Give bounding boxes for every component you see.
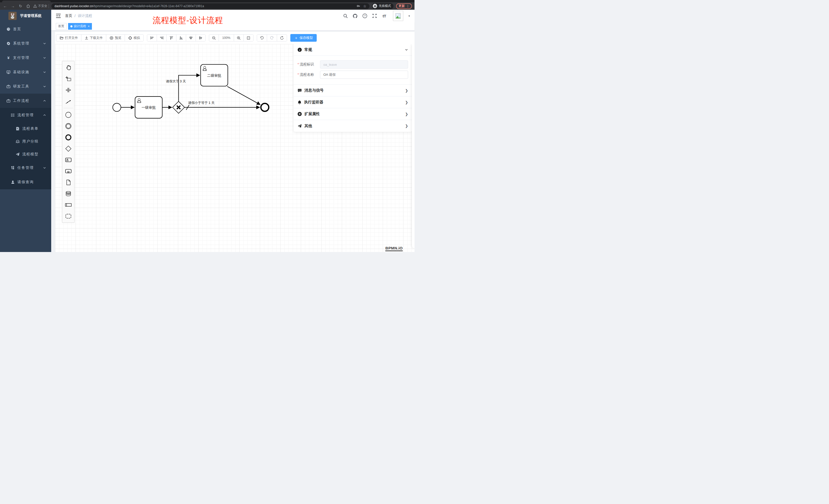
help-icon[interactable]: ? [362, 13, 367, 18]
send-icon [297, 124, 302, 128]
incognito-icon [373, 4, 377, 8]
avatar-dropdown-icon[interactable]: ▾ [408, 14, 410, 18]
zoom-out-button[interactable] [209, 35, 219, 41]
bpmn-canvas[interactable]: 一级审批 请假大于 3 天 [55, 44, 414, 252]
bpmn-palette [62, 61, 74, 223]
process-name-field: *流程名称 [297, 71, 408, 79]
key-icon[interactable] [357, 4, 360, 8]
browser-tabstrip [0, 0, 414, 2]
sidebar-item-task-mgmt[interactable]: 任务管理 [0, 161, 51, 175]
undo-button[interactable] [257, 35, 267, 41]
sidebar-item-devtools[interactable]: 研发工具 [0, 79, 51, 93]
sidebar-item-workflow[interactable]: 工作流程 [0, 93, 51, 108]
bpmn-io-watermark[interactable]: BPMN.iO [385, 246, 403, 251]
sidebar-item-infra[interactable]: 基础设施 [0, 65, 51, 79]
home-icon[interactable] [26, 4, 31, 9]
panel-section-message[interactable]: 消息与信号 ❯ [294, 85, 412, 96]
process-name-input[interactable] [320, 71, 408, 79]
align-right-button[interactable] [157, 35, 167, 41]
github-icon[interactable] [353, 13, 358, 18]
open-file-button[interactable]: 打开文件 [56, 35, 81, 41]
browser-update-button[interactable]: 更新 ⋮ [396, 3, 412, 9]
start-event-icon[interactable] [63, 109, 74, 120]
chevron-up-icon [43, 99, 46, 102]
address-bar[interactable]: dashboard.yudao.iocoder.cn/bpm/manager/m… [51, 3, 369, 9]
group-icon[interactable] [63, 210, 74, 222]
app-title: 芋道管理系统 [20, 13, 41, 18]
panel-section-general[interactable]: i 常规 [294, 44, 412, 56]
user-task-icon[interactable] [63, 154, 74, 165]
app-logo[interactable]: 🐰 芋道管理系统 [0, 10, 51, 22]
bookmark-star-icon[interactable]: ☆ [363, 4, 366, 8]
sidebar-item-process-model[interactable]: 流程模型 [0, 148, 51, 161]
end-event[interactable] [261, 103, 269, 111]
zoom-fit-button[interactable] [244, 35, 253, 41]
panel-scroll-gutter[interactable] [412, 44, 414, 248]
back-icon[interactable]: ← [3, 4, 8, 9]
space-tool-icon[interactable] [63, 84, 74, 96]
forward-icon[interactable]: → [10, 4, 15, 9]
simulate-button[interactable]: 模拟 [125, 35, 143, 41]
align-bottom-button[interactable] [176, 35, 186, 41]
sub-process-icon[interactable] [63, 165, 74, 177]
search-icon[interactable] [343, 13, 348, 18]
align-top-button[interactable] [167, 35, 176, 41]
breadcrumb-home[interactable]: 首页 [65, 13, 72, 18]
panel-section-other[interactable]: 其他 ❯ [294, 120, 412, 132]
zoom-out-icon [212, 36, 216, 40]
download-file-button[interactable]: 下载文件 [81, 35, 106, 41]
section-title: 常规 [304, 47, 312, 52]
reload-icon[interactable]: ↻ [18, 4, 23, 9]
data-store-icon[interactable] [63, 188, 74, 199]
sidebar-item-user-group[interactable]: 用户分组 [0, 135, 51, 148]
save-model-button[interactable]: ＋ 保存模型 [290, 34, 317, 42]
flow-label-gt3[interactable]: 请假大于 3 天 [166, 79, 186, 83]
panel-section-listener[interactable]: 执行监听器 ❯ [294, 96, 412, 108]
align-center-button[interactable] [195, 35, 205, 41]
panel-section-extension[interactable]: 扩展属性 ❯ [294, 108, 412, 120]
restart-button[interactable] [277, 35, 287, 41]
exclusive-gateway[interactable] [173, 101, 185, 113]
intermediate-event-icon[interactable] [63, 120, 74, 132]
browser-tab[interactable] [2, 1, 51, 2]
sidebar-item-process-mgmt[interactable]: 流程管理 [0, 108, 51, 122]
chevron-down-icon [43, 42, 46, 45]
close-icon[interactable]: × [88, 25, 89, 28]
sidebar-item-leave-query[interactable]: 请假查询 [0, 175, 51, 189]
redo-button[interactable] [267, 35, 277, 41]
tag-label: 首页 [58, 24, 64, 28]
briefcase-icon [6, 99, 10, 103]
end-event-icon[interactable] [63, 132, 74, 143]
avatar[interactable] [393, 11, 403, 21]
chevron-up-icon [43, 114, 46, 117]
browser-menu-icon[interactable]: ⋮ [406, 4, 409, 8]
hand-tool-icon[interactable] [63, 62, 74, 73]
security-indicator[interactable]: 不安全 [33, 4, 49, 8]
tag-design-process[interactable]: 设计流程 × [68, 23, 92, 30]
global-connect-tool-icon[interactable] [63, 96, 74, 107]
align-left-button[interactable] [147, 35, 157, 41]
tag-home[interactable]: 首页 [56, 23, 67, 30]
sidebar-item-home[interactable]: 首页 [0, 22, 51, 36]
sidebar: 🐰 芋道管理系统 首页 系统管理 ¥ 支付管理 基础设施 研发工具 [0, 10, 51, 252]
align-bottom-icon [179, 36, 183, 40]
sequence-flow[interactable] [227, 86, 260, 105]
gateway-icon[interactable] [63, 143, 74, 154]
start-event[interactable] [113, 103, 121, 112]
user-task-level1[interactable]: 一级审批 [135, 96, 162, 118]
process-key-input[interactable] [320, 61, 408, 69]
participant-icon[interactable] [63, 199, 74, 210]
data-object-icon[interactable] [63, 177, 74, 188]
preview-button[interactable]: 预览 [106, 35, 125, 41]
flow-label-le1[interactable]: 请假小于等于 1 天 [188, 101, 215, 105]
lasso-tool-icon[interactable] [63, 73, 74, 84]
sidebar-item-system[interactable]: 系统管理 [0, 36, 51, 51]
align-middle-button[interactable] [186, 35, 195, 41]
sidebar-item-process-form[interactable]: 流程表单 [0, 122, 51, 135]
sidebar-item-payment[interactable]: ¥ 支付管理 [0, 51, 51, 65]
sidebar-collapse-icon[interactable] [56, 13, 61, 18]
font-size-icon[interactable]: tT [382, 13, 387, 18]
zoom-in-button[interactable] [234, 35, 244, 41]
user-task-level2[interactable]: 二级审批 [201, 65, 228, 86]
fullscreen-icon[interactable] [372, 13, 377, 18]
